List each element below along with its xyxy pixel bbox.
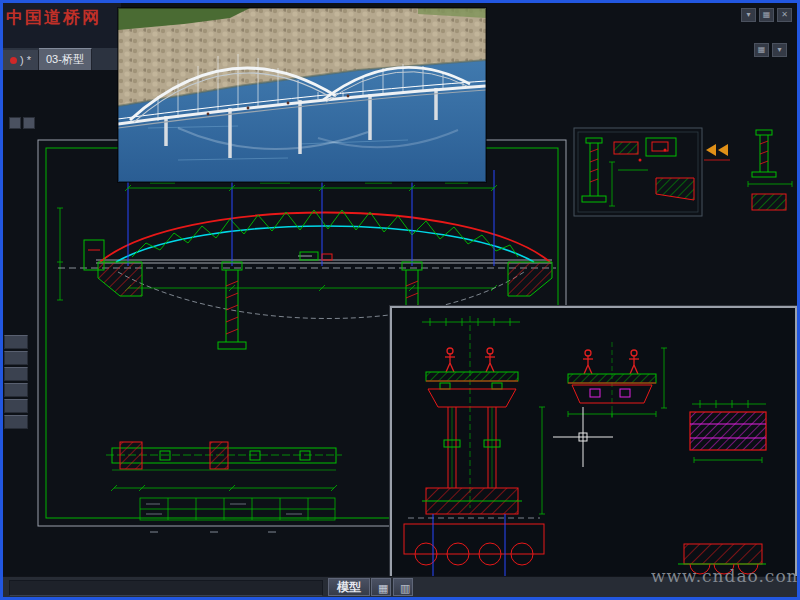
section-symbol — [704, 144, 730, 160]
modified-dot-icon — [10, 57, 17, 64]
palette-cell[interactable] — [4, 351, 28, 365]
tab-drawing-1[interactable]: ) * — [3, 50, 39, 70]
tab-label: 03-桥型 — [46, 52, 84, 67]
palette-cell[interactable] — [4, 415, 28, 429]
detail-far-right — [748, 130, 792, 210]
left-palette[interactable] — [4, 333, 30, 431]
model-tab-button[interactable]: 模型 — [328, 578, 370, 596]
pier-left — [218, 262, 246, 349]
abutment-right — [508, 262, 552, 296]
tab-drawing-2[interactable]: 03-桥型 — [39, 48, 92, 70]
crosshair-cursor — [553, 407, 613, 467]
plan-view — [106, 442, 342, 491]
photo-inset — [118, 8, 486, 182]
layout-grid-icon[interactable]: ▦ — [371, 578, 391, 596]
palette-cell[interactable] — [4, 383, 28, 397]
cad-window: ) * 03-桥型 中国道桥网 ▾ ▦ ✕ ▦ ▾ — [0, 0, 800, 600]
grid-icon: ▦ — [378, 582, 388, 594]
grid-icon[interactable]: ▦ — [754, 43, 769, 57]
tab-label: ) * — [20, 54, 31, 66]
watermark-site: www.cndao.com — [651, 566, 800, 586]
grid-icon: ▥ — [400, 582, 410, 594]
palette-cell[interactable] — [4, 367, 28, 381]
command-recess — [9, 580, 323, 596]
ui-fragment — [9, 117, 35, 129]
tab-bar: ) * 03-桥型 — [3, 48, 121, 70]
layout-grid2-icon[interactable]: ▥ — [393, 578, 413, 596]
doc-controls: ▦ ▾ — [754, 43, 787, 57]
title-block — [140, 498, 335, 520]
viewport-window[interactable] — [390, 306, 797, 597]
palette-cell[interactable] — [4, 335, 28, 349]
bearing-detail — [690, 400, 766, 463]
restore-icon[interactable]: ▦ — [759, 8, 774, 22]
pier-section-detail — [404, 316, 545, 588]
detail-top-right — [574, 128, 702, 216]
palette-cell[interactable] — [4, 399, 28, 413]
minimize-icon[interactable]: ▾ — [741, 8, 756, 22]
chevron-down-icon[interactable]: ▾ — [772, 43, 787, 57]
deck-section-detail — [568, 342, 667, 418]
window-controls: ▾ ▦ ✕ — [741, 8, 792, 22]
close-icon[interactable]: ✕ — [777, 8, 792, 22]
watermark-top: 中国道桥网 — [6, 6, 101, 29]
